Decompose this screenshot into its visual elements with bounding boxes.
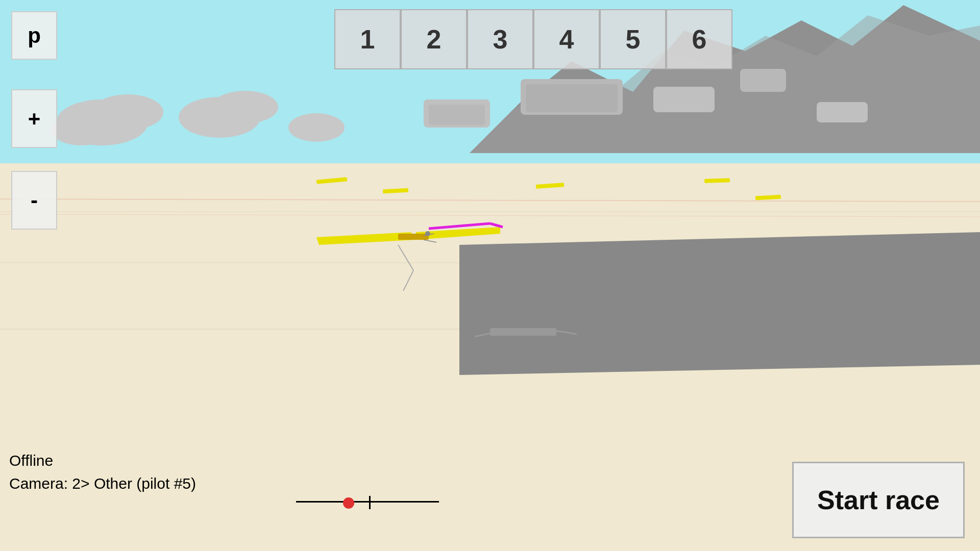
svg-rect-9 <box>429 105 485 125</box>
number-boxes-row: 1 2 3 4 5 6 <box>334 9 732 69</box>
svg-line-35 <box>398 245 413 270</box>
slider-handle[interactable] <box>343 497 354 509</box>
status-panel: Offline Camera: 2> Other (pilot #5) <box>9 449 196 495</box>
svg-rect-26 <box>755 195 781 201</box>
slider-tick <box>369 496 371 509</box>
number-box-4[interactable]: 4 <box>533 9 600 69</box>
svg-rect-25 <box>704 178 730 183</box>
svg-line-36 <box>403 270 413 291</box>
svg-rect-12 <box>653 87 715 112</box>
svg-rect-14 <box>817 102 868 122</box>
p-button[interactable]: p <box>11 11 57 60</box>
svg-rect-11 <box>526 84 618 112</box>
svg-point-6 <box>212 91 278 123</box>
svg-rect-24 <box>536 183 564 189</box>
start-race-button[interactable]: Start race <box>792 462 965 538</box>
svg-point-7 <box>288 113 345 142</box>
svg-rect-23 <box>383 188 408 194</box>
number-box-5[interactable]: 5 <box>600 9 666 69</box>
connection-status: Offline <box>9 449 196 472</box>
svg-line-33 <box>490 223 503 227</box>
svg-rect-22 <box>316 177 347 184</box>
bottom-decoration <box>475 321 577 342</box>
svg-point-4 <box>51 115 112 145</box>
slider-track <box>296 501 439 503</box>
plus-button[interactable]: + <box>11 89 57 148</box>
minus-button[interactable]: - <box>11 171 57 230</box>
number-box-2[interactable]: 2 <box>401 9 467 69</box>
glider-shadow <box>357 235 459 296</box>
camera-status: Camera: 2> Other (pilot #5) <box>9 472 196 495</box>
svg-line-32 <box>429 223 490 229</box>
number-box-3[interactable]: 3 <box>467 9 533 69</box>
svg-rect-13 <box>740 69 786 92</box>
number-box-6[interactable]: 6 <box>666 9 732 69</box>
number-box-1[interactable]: 1 <box>334 9 401 69</box>
